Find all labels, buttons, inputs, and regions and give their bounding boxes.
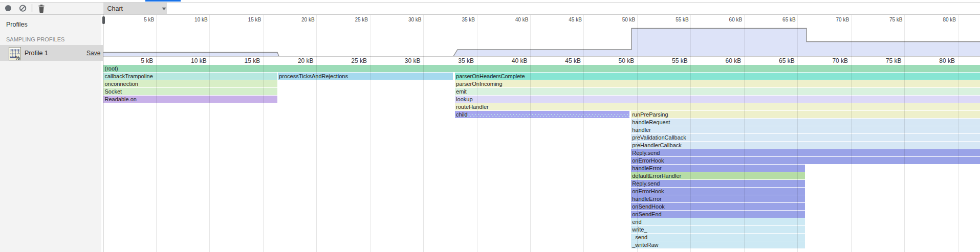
svg-text:%: % — [15, 55, 20, 60]
